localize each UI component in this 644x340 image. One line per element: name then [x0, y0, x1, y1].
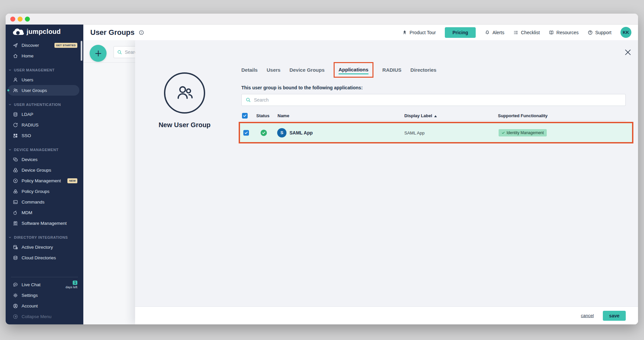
- cancel-button[interactable]: cancel: [581, 313, 594, 318]
- tab-applications[interactable]: Applications: [339, 65, 368, 74]
- select-all-checkbox[interactable]: [242, 113, 248, 119]
- sidebar-item-active-directory[interactable]: Active Directory: [8, 242, 79, 252]
- sidebar-item-account[interactable]: Account: [8, 300, 79, 311]
- sidebar-nav: DiscoverGET STARTEDHomeUSER MANAGEMENTUs…: [6, 40, 83, 274]
- support-button[interactable]: Support: [588, 30, 611, 35]
- chevron-down-icon: [8, 68, 12, 72]
- sidebar-item-sso[interactable]: SSO: [8, 130, 79, 141]
- sidebar-item-radius[interactable]: RADIUS: [8, 120, 79, 130]
- commands-icon: [13, 199, 18, 205]
- tab-device-groups[interactable]: Device Groups: [289, 65, 325, 75]
- search-icon: [246, 97, 251, 103]
- sidebar-section-device-management[interactable]: DEVICE MANAGEMENT: [6, 145, 83, 154]
- checklist-button[interactable]: Checklist: [513, 30, 540, 35]
- sidebar-item-cloud-directories[interactable]: Cloud Directories: [8, 252, 79, 263]
- user-groups-icon: [13, 88, 18, 93]
- new-badge: NEW: [67, 178, 77, 183]
- close-window-button[interactable]: [10, 17, 15, 22]
- app-name: SAML App: [289, 130, 313, 135]
- column-display-label[interactable]: Display Label: [404, 111, 437, 121]
- sort-asc-icon: [434, 115, 437, 117]
- sidebar-section-user-authentication[interactable]: USER AUTHENTICATION: [6, 100, 83, 109]
- sidebar-section-directory-integrations[interactable]: DIRECTORY INTEGRATIONS: [6, 233, 83, 242]
- sidebar-item-ldap[interactable]: LDAP: [8, 109, 79, 120]
- desktop-background: jumpcloud DiscoverGET STARTEDHomeUSER MA…: [0, 0, 644, 340]
- sidebar-item-settings[interactable]: Settings: [8, 290, 79, 300]
- policy-groups-icon: [13, 189, 18, 194]
- pricing-button[interactable]: Pricing: [445, 27, 476, 38]
- logo-text: jumpcloud: [27, 28, 61, 36]
- sidebar-item-software-management[interactable]: Software Management: [8, 218, 79, 228]
- sidebar-item-device-groups[interactable]: Device Groups: [8, 165, 79, 175]
- sidebar-item-commands[interactable]: Commands: [8, 197, 79, 207]
- product-tour-icon: [402, 30, 407, 35]
- column-supported-functionality[interactable]: Supported Functionality: [498, 111, 548, 121]
- discover-icon: [13, 42, 18, 48]
- sidebar-item-label: MDM: [22, 210, 32, 215]
- sidebar-scrollbar[interactable]: [81, 41, 82, 61]
- chevron-down-icon: [8, 148, 12, 151]
- sidebar-item-label: Live Chat: [22, 282, 40, 287]
- info-icon[interactable]: [139, 30, 144, 35]
- tab-details[interactable]: Details: [241, 65, 258, 75]
- applications-search: [241, 94, 626, 106]
- sidebar-item-home[interactable]: Home: [8, 50, 79, 61]
- minimize-window-button[interactable]: [18, 17, 23, 22]
- app-display-label: SAML App: [404, 130, 425, 135]
- sidebar-item-label: Users: [22, 77, 33, 82]
- add-user-group-button[interactable]: [90, 45, 107, 62]
- column-name[interactable]: Name: [278, 111, 289, 121]
- chevron-down-icon: [8, 103, 12, 106]
- sidebar-item-live-chat[interactable]: Live Chat1days left: [8, 279, 79, 290]
- sidebar-item-label: Active Directory: [22, 245, 53, 250]
- sidebar-item-mdm[interactable]: MDM: [8, 207, 79, 218]
- highlight-box-applications: Applications: [334, 62, 373, 78]
- group-title: New User Group: [145, 121, 224, 129]
- panel-footer: cancel save: [135, 306, 638, 324]
- sidebar-item-label: Account: [22, 303, 38, 308]
- sidebar-section-user-management[interactable]: USER MANAGEMENT: [6, 66, 83, 74]
- search-icon: [117, 50, 122, 55]
- app-header: User Groups Product TourPricingAlertsChe…: [83, 25, 638, 40]
- sidebar-footer: Live Chat1days leftSettingsAccountCollap…: [6, 279, 83, 324]
- mdm-icon: [13, 210, 18, 215]
- sidebar-item-label: Device Groups: [22, 168, 51, 173]
- trial-countdown-badge: 1days left: [66, 281, 77, 289]
- sidebar-item-devices[interactable]: Devices: [8, 154, 79, 165]
- zoom-window-button[interactable]: [25, 17, 30, 22]
- alerts-button[interactable]: Alerts: [485, 30, 504, 35]
- applications-search-input[interactable]: [254, 97, 625, 103]
- sidebar-item-label: Commands: [22, 200, 44, 205]
- resources-icon: [549, 30, 554, 35]
- policy-management-icon: [13, 178, 18, 184]
- check-icon: [502, 131, 505, 134]
- user-groups-toolbar: [83, 40, 135, 324]
- tab-directories[interactable]: Directories: [410, 65, 436, 75]
- column-status[interactable]: Status: [256, 111, 270, 121]
- header-actions: Product TourPricingAlertsChecklistResour…: [402, 27, 611, 38]
- tab-radius[interactable]: RADIUS: [382, 65, 402, 75]
- toolbar-divider: [83, 62, 135, 63]
- live-chat-icon: [13, 282, 18, 288]
- table-row[interactable]: SSAML AppSAML AppIdentity Management: [239, 122, 633, 143]
- sidebar-item-policy-groups[interactable]: Policy Groups: [8, 186, 79, 197]
- sidebar-item-policy-management[interactable]: Policy ManagementNEW: [8, 175, 79, 186]
- sidebar-divider: [11, 277, 78, 277]
- sidebar-item-collapse-menu[interactable]: Collapse Menu: [8, 311, 79, 322]
- resources-button[interactable]: Resources: [549, 30, 579, 35]
- user-avatar[interactable]: KK: [620, 27, 631, 38]
- settings-icon: [13, 293, 18, 298]
- jumpcloud-cloud-icon: [12, 28, 24, 35]
- sidebar-item-label: Software Management: [22, 221, 67, 226]
- tab-users[interactable]: Users: [267, 65, 281, 75]
- row-checkbox[interactable]: [243, 130, 249, 135]
- product-tour-button[interactable]: Product Tour: [402, 30, 436, 35]
- save-button[interactable]: save: [603, 311, 626, 321]
- collapse-icon: [13, 314, 18, 319]
- get-started-badge: GET STARTED: [54, 43, 77, 48]
- sidebar-item-user-groups[interactable]: User Groups: [8, 85, 79, 96]
- sidebar-item-users[interactable]: Users: [8, 74, 79, 85]
- sidebar-item-discover[interactable]: DiscoverGET STARTED: [8, 40, 79, 50]
- sidebar: jumpcloud DiscoverGET STARTEDHomeUSER MA…: [6, 25, 83, 324]
- sidebar-item-label: Home: [22, 53, 34, 58]
